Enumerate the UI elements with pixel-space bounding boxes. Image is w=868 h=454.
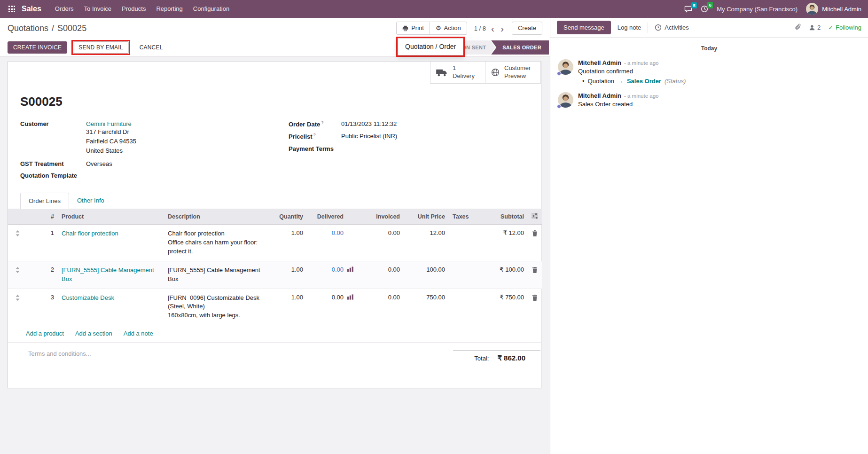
product-column-header[interactable]: Product (58, 209, 164, 225)
delivered-column-header[interactable]: Delivered (307, 209, 357, 225)
customer-link[interactable]: Gemini Furniture (86, 120, 132, 127)
customer-preview-smart-button[interactable]: Customer Preview (485, 62, 541, 84)
apps-menu-button[interactable] (4, 0, 20, 18)
form-content: 1 Delivery Customer Preview (0, 57, 550, 454)
check-icon: ✓ (828, 24, 833, 31)
pager-next-icon[interactable]: › (500, 23, 505, 33)
quantity-cell: 1.00 (266, 289, 307, 325)
activities-button[interactable]: 6 (701, 5, 708, 13)
delivery-count: 1 (453, 64, 475, 72)
pricelist-value: Public Pricelist (INR) (341, 133, 397, 140)
forecast-chart-icon[interactable] (347, 294, 353, 300)
stage-sales-order[interactable]: SALES ORDER (491, 40, 549, 55)
toolbar-divider (648, 23, 648, 33)
followers-button[interactable]: 2 (809, 24, 821, 31)
bullet-icon: • (582, 78, 585, 85)
create-button[interactable]: Create (512, 22, 542, 35)
send-by-email-highlight: SEND BY EMAIL (71, 40, 130, 55)
taxes-column-header[interactable]: Taxes (449, 209, 473, 225)
order-date-field: Order Date? 01/13/2023 11:12:32 (289, 120, 529, 128)
tracking-field-name: (Status) (665, 78, 686, 85)
quantity-column-header[interactable]: Quantity (266, 209, 307, 225)
tracking-new-value[interactable]: Sales Order (627, 78, 661, 85)
forecast-chart-icon[interactable] (347, 266, 353, 272)
action-button[interactable]: ⚙ Action (430, 22, 467, 35)
company-switcher[interactable]: My Company (San Francisco) (717, 6, 798, 13)
quotation-template-value[interactable] (86, 172, 161, 180)
description-column-header[interactable]: Description (164, 209, 266, 225)
menu-configuration[interactable]: Configuration (188, 0, 235, 18)
odoo-app: Sales Orders To Invoice Products Reporti… (0, 0, 868, 454)
messages-button[interactable]: 5 (684, 6, 692, 13)
number-column-header[interactable]: # (27, 209, 58, 225)
schedule-activity-button[interactable]: Activities (655, 24, 688, 31)
optional-columns-button[interactable] (528, 209, 542, 225)
menu-item-quotation-order[interactable]: Quotation / Order (398, 40, 463, 53)
print-button[interactable]: Print (396, 22, 430, 35)
help-mark-icon: ? (313, 133, 316, 137)
terms-placeholder[interactable]: Terms and conditions... (28, 350, 91, 357)
breadcrumb-quotations[interactable]: Quotations (8, 23, 48, 33)
address-line-1: 317 Fairchild Dr (86, 127, 136, 137)
trash-icon (532, 295, 538, 301)
user-menu[interactable]: Mitchell Admin (806, 3, 861, 15)
message-thread: Today Mitchell Admin - a minute ago Quot… (550, 38, 868, 121)
delete-line-button[interactable] (528, 261, 542, 289)
send-by-email-button[interactable]: SEND BY EMAIL (73, 41, 128, 54)
unit-price-column-header[interactable]: Unit Price (404, 209, 449, 225)
order-line-row[interactable]: 2 [FURN_5555] Cable Management Box [FURN… (8, 261, 542, 289)
sliders-icon (532, 213, 538, 219)
taxes-cell (449, 225, 473, 261)
tab-order-lines[interactable]: Order Lines (20, 193, 69, 209)
action-label: Action (444, 24, 461, 32)
send-message-button[interactable]: Send message (557, 21, 611, 34)
delivery-smart-button[interactable]: 1 Delivery (430, 62, 485, 84)
attachments-button[interactable] (795, 23, 801, 32)
drag-handle-icon[interactable] (8, 289, 27, 325)
following-button[interactable]: ✓ Following (828, 24, 861, 31)
product-link[interactable]: Chair floor protection (62, 229, 118, 238)
message-author[interactable]: Mitchell Admin (578, 59, 621, 66)
gear-icon: ⚙ (436, 24, 441, 32)
menu-to-invoice[interactable]: To Invoice (79, 0, 117, 18)
print-dropdown-highlight: Quotation / Order (396, 37, 465, 57)
add-product-link[interactable]: Add a product (26, 330, 64, 337)
preview-line1: Customer (504, 64, 531, 72)
order-line-row[interactable]: 3 Customizable Desk [FURN_0096] Customiz… (8, 289, 542, 325)
product-link[interactable]: [FURN_5555] Cable Management Box (62, 266, 160, 284)
payment-terms-label: Payment Terms (289, 145, 341, 153)
app-name[interactable]: Sales (22, 5, 41, 13)
person-icon (809, 24, 815, 31)
drag-handle-icon[interactable] (8, 261, 27, 289)
apps-grid-icon (8, 6, 15, 12)
payment-terms-value[interactable] (341, 145, 416, 153)
message: Mitchell Admin - a minute ago Sales Orde… (558, 92, 860, 108)
drag-handle-icon[interactable] (8, 225, 27, 261)
message-avatar[interactable] (558, 59, 573, 75)
log-note-button[interactable]: Log note (618, 24, 641, 31)
add-note-link[interactable]: Add a note (124, 330, 153, 337)
trash-icon (532, 230, 538, 236)
globe-icon (491, 68, 500, 77)
delete-line-button[interactable] (528, 289, 542, 325)
field-group-right: Order Date? 01/13/2023 11:12:32 Pricelis… (289, 120, 529, 153)
delete-line-button[interactable] (528, 225, 542, 261)
clock-icon (655, 24, 662, 31)
message-author[interactable]: Mitchell Admin (578, 92, 621, 99)
menu-products[interactable]: Products (117, 0, 151, 18)
subtotal-column-header[interactable]: Subtotal (473, 209, 528, 225)
message-avatar[interactable] (558, 92, 573, 108)
tab-other-info[interactable]: Other Info (69, 193, 112, 209)
menu-orders[interactable]: Orders (50, 0, 79, 18)
create-invoice-button[interactable]: CREATE INVOICE (8, 41, 67, 54)
invoiced-column-header[interactable]: Invoiced (357, 209, 404, 225)
menu-reporting[interactable]: Reporting (151, 0, 188, 18)
add-section-link[interactable]: Add a section (75, 330, 112, 337)
product-link[interactable]: Customizable Desk (62, 294, 114, 303)
control-panel: Quotations / S00025 Print ⚙ Action (0, 18, 550, 39)
pager-previous-icon[interactable]: ‹ (490, 23, 495, 33)
truck-icon (436, 68, 448, 77)
cancel-button[interactable]: CANCEL (134, 42, 168, 53)
order-line-row[interactable]: 1 Chair floor protection Chair floor pro… (8, 225, 542, 261)
invoiced-cell: 0.00 (357, 261, 404, 289)
